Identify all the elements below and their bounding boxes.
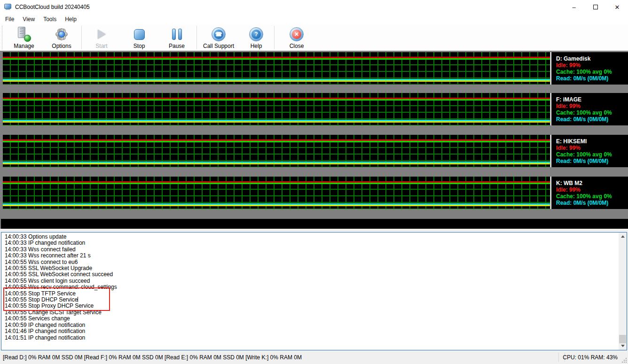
log-line: 14:01:51 IP changed notification [5,335,617,341]
log-line: 14:00:55 Wss connect to eu6 [5,259,617,265]
disk-panels: D: GamediskIdle: 99%Cache: 100% avg 0%Re… [0,51,628,229]
disk-idle-stat: Idle: 99% [556,145,628,151]
log-line: 14:00:55 SSL WebSocket Upgrade [5,265,617,271]
menu-view[interactable]: View [18,15,39,23]
stop-icon [131,26,147,42]
resize-grip-icon[interactable] [621,357,627,363]
title-bar: CCBootCloud build 20240405 – ✕ [0,0,628,14]
menu-tools[interactable]: Tools [39,15,61,23]
manage-label: Manage [14,43,34,49]
pause-label: Pause [169,43,185,49]
stop-button[interactable]: Stop [120,24,158,51]
log-line: 14:00:33 Options update [5,234,617,240]
log-line: 14:00:55 SSL WebSocket connect succeed [5,271,617,278]
log-lines: 14:00:33 Options update14:00:33 IP chang… [5,234,617,341]
cache-line [3,141,550,142]
disk-info-label: D: GamediskIdle: 99%Cache: 100% avg 0%Re… [551,52,628,85]
close-label: Close [290,43,304,49]
disk-activity-graph [3,93,550,125]
disk-read-stat: Read: 0M/s (0M/0M) [556,116,628,123]
disk-read-stat: Read: 0M/s (0M/0M) [556,75,628,82]
disk-title: E: HIKSEMI [556,138,628,145]
log-line: 14:00:55 Change iSCSI Target Service [5,310,617,316]
disk-cache-stat: Cache: 100% avg 0% [556,109,628,116]
gear-icon [54,26,70,42]
server-globe-icon [16,26,32,42]
write-line [3,121,550,123]
options-label: Options [52,43,71,49]
scroll-down-icon[interactable] [619,342,627,350]
close-window-button[interactable]: ✕ [606,0,628,14]
disk-title: K: WB M2 [556,180,628,186]
write-line [3,163,550,164]
start-label: Start [95,43,107,49]
bottom-black-strip [1,219,628,229]
log-line: 14:00:55 Wss client login succeed [5,278,617,284]
disk-cache-stat: Cache: 100% avg 0% [556,193,628,200]
log-area[interactable]: 14:00:33 Options update14:00:33 IP chang… [1,232,627,350]
toolbar-separator [81,26,82,49]
toolbar-gripper [2,26,4,49]
minimize-button[interactable]: – [563,0,585,14]
menu-bar: File View Tools Help [0,14,628,24]
menu-file[interactable]: File [1,15,18,23]
disk-title: D: Gamedisk [556,55,628,62]
help-button[interactable]: ? Help [239,24,273,51]
maximize-button[interactable] [585,0,606,14]
cache-line [3,58,550,60]
manage-button[interactable]: Manage [5,24,43,51]
disk-title: F: iMAGE [556,96,628,103]
status-bar: [Read D:] 0% RAM 0M SSD 0M [Read F:] 0% … [0,350,628,364]
question-icon: ? [248,26,264,42]
log-line: 14:00:33 Wss connect failed [5,247,617,253]
log-line: 14:00:55 Stop DHCP Service [5,297,617,303]
disk-panel-row: K: WB M2Idle: 99%Cache: 100% avg 0%Read:… [0,177,628,209]
cpu-ram-status: CPU: 01% RAM: 43% [563,354,618,361]
text-caret [78,297,78,302]
disk-info-label: K: WB M2Idle: 99%Cache: 100% avg 0%Read:… [551,177,628,209]
disk-cache-stat: Cache: 100% avg 0% [556,69,628,75]
start-button: Start [83,24,120,51]
menu-help[interactable]: Help [61,15,81,23]
maximize-icon [593,5,598,9]
toolbar-separator [196,26,197,49]
toolbar: Manage Options Start Stop Pause ☎ Call S… [0,24,628,51]
call-support-label: Call Support [203,43,234,49]
options-button[interactable]: Options [43,24,80,51]
pause-button[interactable]: Pause [158,24,196,51]
call-support-button[interactable]: ☎ Call Support [198,24,239,51]
disk-io-status: [Read D:] 0% RAM 0M SSD 0M [Read F:] 0% … [0,354,302,361]
log-line: 14:00:55 Stop Proxy DHCP Service [5,303,617,309]
log-line: 14:00:55 Wss recv command: cloud_setting… [5,284,617,290]
disk-panel-row: D: GamediskIdle: 99%Cache: 100% avg 0%Re… [0,52,628,85]
disk-activity-graph [3,52,550,85]
disk-idle-stat: Idle: 99% [556,62,628,69]
play-icon [94,26,110,42]
log-line: 14:01:46 IP changed notification [5,328,617,334]
log-scrollbar[interactable] [619,232,627,350]
cache-line [3,183,550,184]
disk-panel-row: F: iMAGEIdle: 99%Cache: 100% avg 0%Read:… [0,93,628,125]
log-line: 14:00:33 IP changed notification [5,240,617,246]
pause-icon [169,26,185,42]
help-label: Help [251,43,262,49]
status-separator [558,353,559,362]
disk-info-label: E: HIKSEMIIdle: 99%Cache: 100% avg 0%Rea… [551,135,628,167]
disk-panel-row: E: HIKSEMIIdle: 99%Cache: 100% avg 0%Rea… [0,135,628,167]
gap-band [0,229,628,232]
close-button[interactable]: ✕ Close [275,24,318,51]
log-line: 14:00:59 IP changed notification [5,322,617,328]
write-line [3,80,550,82]
cache-line [3,99,550,101]
log-line: 14:00:55 Stop TFTP Service [5,291,617,297]
window-title: CCBootCloud build 20240405 [15,4,90,10]
phone-icon: ☎ [211,26,227,42]
disk-cache-stat: Cache: 100% avg 0% [556,151,628,158]
log-line: 14:00:55 Services change [5,316,617,322]
log-line: 14:00:33 Wss reconnect after 21 s [5,253,617,259]
scroll-up-icon[interactable] [619,232,627,240]
write-line [3,205,550,206]
toolbar-separator [274,26,275,49]
app-icon [4,4,12,10]
disk-idle-stat: Idle: 99% [556,186,628,193]
